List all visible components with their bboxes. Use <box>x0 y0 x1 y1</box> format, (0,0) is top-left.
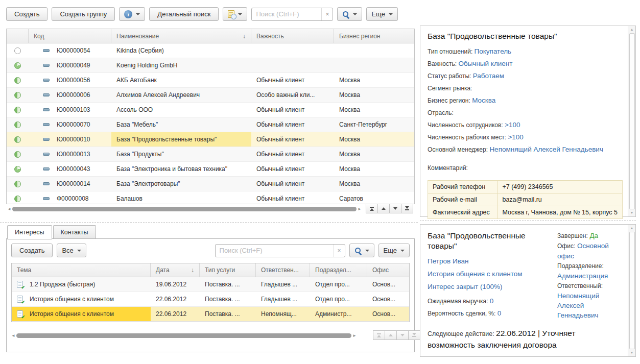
dash-icon <box>43 93 50 96</box>
table-row[interactable]: Ю00000054 Kikinda (Сербия) <box>7 43 414 58</box>
workplaces-count-link[interactable]: >100 <box>508 133 523 141</box>
relation-type-link[interactable]: Покупатель <box>475 47 512 55</box>
clear-search-icon[interactable]: × <box>334 245 345 257</box>
create-button[interactable]: Создать <box>6 7 48 21</box>
table-row[interactable]: Ю00000014 База "Электротовары" Обычный к… <box>7 177 414 191</box>
scroll-left-icon[interactable]: ◄ <box>6 205 12 213</box>
table-row[interactable]: Ю00000043 База "Электроника и бытовая те… <box>7 162 414 177</box>
search-options-button[interactable] <box>337 7 362 21</box>
more-button[interactable]: Еще <box>366 7 397 21</box>
scroll-right-icon[interactable]: ► <box>357 205 363 213</box>
scroll-up-icon[interactable]: ▲ <box>630 28 634 32</box>
clear-search-icon[interactable]: × <box>321 8 333 20</box>
client-state-icon <box>14 151 21 158</box>
column-header-office[interactable]: Офис <box>367 263 409 277</box>
interest-row[interactable]: 1.2 Продажа (быстрая) 19.06.2012 Поставк… <box>12 277 409 292</box>
nav-prev-button[interactable] <box>385 330 397 340</box>
tab-contacts[interactable]: Контакты <box>53 225 96 239</box>
search-icon <box>354 247 362 254</box>
clients-table-body: Ю00000054 Kikinda (Сербия) Ю00000049 Koe… <box>7 43 414 204</box>
work-status-link[interactable]: Работаем <box>473 72 504 80</box>
column-header-service[interactable]: Тип услуги <box>200 263 256 277</box>
column-header-theme[interactable]: Тема <box>12 263 151 277</box>
scroll-down-icon[interactable]: ▼ <box>630 211 634 215</box>
scrollbar-thumb[interactable] <box>12 207 357 211</box>
department-link[interactable]: Администрация <box>557 272 608 280</box>
splitter[interactable] <box>0 222 418 223</box>
client-state-icon <box>14 196 21 202</box>
table-row[interactable]: Ф00000008 Балашов Обычный клиент Саратов <box>7 191 414 204</box>
column-header-department[interactable]: Подраздел... <box>310 263 367 277</box>
report-dropdown-button[interactable] <box>223 7 247 21</box>
main-manager-link[interactable]: Непомнящий Алексей Геннадьевич <box>489 145 603 153</box>
nav-next-button[interactable] <box>396 330 409 340</box>
scroll-left-icon[interactable]: ◄ <box>10 331 16 340</box>
nav-last-button[interactable] <box>401 204 413 213</box>
responsible-link[interactable]: Непомнящий Алексей Геннадьевич <box>557 292 599 319</box>
client-detail-panel: База "Продовольственные товары" Тип отно… <box>420 26 636 217</box>
employees-count-link[interactable]: >100 <box>505 121 520 129</box>
table-row[interactable]: Ю00000006 Алхимов Алексей Андреевич Особ… <box>7 88 414 103</box>
search-options-button[interactable] <box>349 244 374 257</box>
column-header-region[interactable]: Бизнес регион <box>334 29 414 43</box>
interest-status-link[interactable]: Интерес закрыт (100%) <box>428 282 549 292</box>
nav-prev-button[interactable] <box>377 204 390 213</box>
search-input[interactable] <box>252 10 321 18</box>
tab-interests[interactable]: Интересы <box>7 225 52 239</box>
interest-row[interactable]: История общения с клиентом 22.06.2012 По… <box>12 292 409 307</box>
nav-first-button[interactable] <box>366 204 378 213</box>
filter-all-button[interactable]: Все <box>57 244 86 257</box>
document-clock-icon <box>228 10 234 18</box>
interest-row-selected[interactable]: История общения с клиентом 22.06.2012 По… <box>12 307 409 322</box>
interest-doc-check-icon <box>17 296 23 303</box>
triangle-up-icon <box>389 334 393 336</box>
nav-first-button[interactable] <box>373 330 385 340</box>
scrollbar-thumb[interactable] <box>629 232 635 349</box>
horizontal-scrollbar: ◄ ► <box>6 205 363 213</box>
contact-row[interactable]: Рабочий e-mail baza@mail.ru <box>428 193 623 206</box>
scroll-down-icon[interactable]: ▼ <box>630 351 634 355</box>
create-group-button[interactable]: Создать группу <box>52 7 115 21</box>
contact-row[interactable]: Фактический адрес Москва г, Чаянова, дом… <box>428 206 623 219</box>
client-state-icon <box>14 77 21 84</box>
dash-icon <box>43 123 50 126</box>
column-header-responsible[interactable]: Ответствен... <box>256 263 310 277</box>
nav-next-button[interactable] <box>389 204 401 213</box>
column-header-importance[interactable]: Важность <box>251 29 334 43</box>
table-row[interactable]: Ю00000013 База "Продукты" Обычный клиент… <box>7 147 414 162</box>
detailed-search-button[interactable]: Детальный поиск <box>149 7 219 21</box>
sort-desc-icon: ↓ <box>191 266 194 274</box>
table-row[interactable]: Ю00000056 АКБ АвтоБанк Обычный клиент Мо… <box>7 73 414 88</box>
splitter[interactable] <box>420 220 636 221</box>
table-row[interactable]: Ю00000103 Ассоль ООО Обычный клиент Моск… <box>7 103 414 117</box>
column-header-code[interactable]: Код <box>29 29 111 43</box>
nav-last-button[interactable] <box>408 330 420 340</box>
table-row[interactable]: Ю00000049 Koenig Holding GmbH <box>7 58 414 73</box>
column-header-name[interactable]: Наименование ↓ <box>111 29 251 43</box>
deal-probability-link[interactable]: 0 <box>497 309 502 317</box>
more-button[interactable]: Еще <box>378 244 410 257</box>
importance-link[interactable]: Обычный клиент <box>458 60 512 67</box>
interests-search-input[interactable] <box>216 247 334 254</box>
contact-person-link[interactable]: Петров Иван <box>428 257 549 266</box>
chevron-down-icon <box>400 250 405 252</box>
contact-row[interactable]: Рабочий телефон +7 (499) 2346565 <box>428 181 623 193</box>
table-row-selected[interactable]: Ю00000010 База "Продовольственные товары… <box>7 132 414 147</box>
column-header-state[interactable] <box>7 29 29 43</box>
column-header-date[interactable]: Дата ↓ <box>151 263 200 277</box>
dash-icon <box>43 49 50 52</box>
interest-history-link[interactable]: История общения с клиентом <box>428 270 549 279</box>
interest-detail-panel: База "Продовольственные товары" Петров И… <box>420 224 636 357</box>
info-dropdown-button[interactable]: i <box>119 7 145 21</box>
clients-table: Код Наименование ↓ Важность Бизнес регио… <box>6 29 415 204</box>
business-region-link[interactable]: Москва <box>472 96 495 104</box>
table-row[interactable]: Ю00000070 База "Мебель" Обычный клиент С… <box>7 117 414 132</box>
scroll-up-icon[interactable]: ▲ <box>630 226 634 230</box>
create-interest-button[interactable]: Создать <box>11 244 53 257</box>
expected-revenue-link[interactable]: 0 <box>490 297 494 305</box>
chevron-down-icon <box>77 250 81 252</box>
scroll-right-icon[interactable]: ► <box>351 331 358 340</box>
scrollbar-thumb[interactable] <box>16 333 351 338</box>
scrollbar-thumb[interactable] <box>629 33 635 209</box>
row-navigation <box>373 330 420 340</box>
